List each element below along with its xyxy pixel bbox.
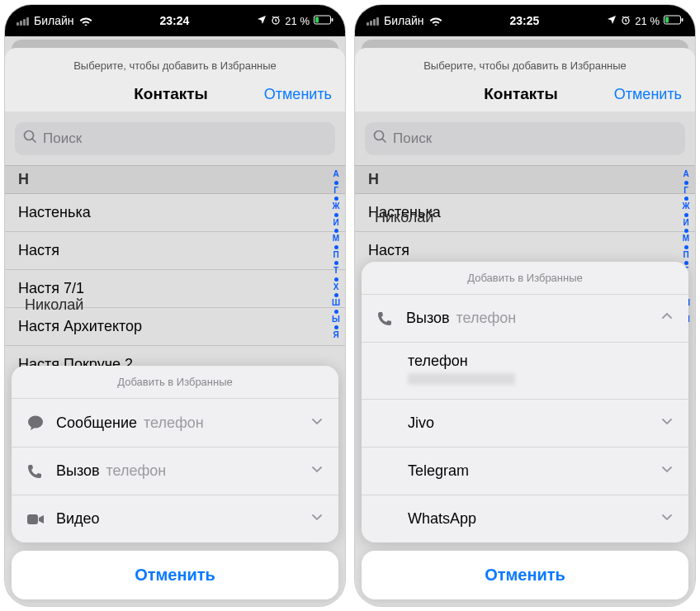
location-icon — [257, 15, 267, 27]
contact-row[interactable]: Настя — [5, 232, 345, 270]
header-cancel-button[interactable]: Отменить — [249, 86, 332, 103]
carrier-label: Билайн — [34, 14, 74, 27]
phone-icon — [26, 463, 56, 480]
signal-icon — [367, 16, 379, 26]
sheet-row-sub: телефон — [144, 414, 204, 432]
contact-row-peek: Николай — [375, 209, 433, 226]
battery-pct: 21 % — [635, 15, 660, 27]
option-label: Jivo — [408, 414, 434, 432]
option-label: WhatsApp — [408, 510, 476, 528]
option-label: телефон — [408, 353, 674, 370]
svg-line-13 — [382, 139, 385, 142]
sheet-row-video[interactable]: Видео — [12, 495, 338, 542]
svg-line-5 — [32, 139, 35, 142]
action-sheet: Николай Добавить в Избранные Сообщение т… — [12, 366, 338, 599]
phone-right: Билайн 23:25 21 % Выберите, чтобы добави… — [355, 5, 695, 606]
sheet-cancel-button[interactable]: Отменить — [362, 551, 688, 599]
sheet-title: Добавить в Избранные — [12, 366, 338, 399]
sheet-option-telegram[interactable]: Telegram — [362, 448, 688, 495]
sheet-row-call[interactable]: Вызов телефон — [12, 448, 338, 495]
action-sheet: Николай Добавить в Избранные Вызов телеф… — [362, 262, 688, 599]
sheet-cancel-button[interactable]: Отменить — [12, 551, 338, 599]
wifi-icon — [429, 16, 442, 26]
sheet-option-whatsapp[interactable]: WhatsApp — [362, 495, 688, 542]
header-subtitle: Выберите, чтобы добавить в Избранные — [368, 59, 682, 72]
sheet-row-label: Видео — [56, 510, 100, 528]
search-placeholder: Поиск — [393, 130, 432, 147]
sheet-title: Добавить в Избранные — [362, 262, 688, 295]
header-title: Контакты — [134, 85, 208, 103]
chevron-down-icon — [310, 510, 324, 528]
carrier-label: Билайн — [384, 14, 424, 27]
svg-rect-7 — [27, 514, 38, 524]
chevron-down-icon — [310, 462, 324, 480]
search-input[interactable]: Поиск — [365, 122, 685, 155]
alpha-index[interactable]: А Г Ж И М П Т Х Ш Ы Я — [329, 170, 343, 340]
svg-rect-10 — [682, 18, 683, 21]
clock: 23:24 — [160, 14, 190, 27]
chevron-down-icon — [660, 510, 674, 528]
chevron-down-icon — [660, 414, 674, 432]
search-icon — [23, 130, 37, 148]
chevron-down-icon — [660, 462, 674, 480]
chevron-up-icon — [660, 310, 674, 327]
status-bar: Билайн 23:25 21 % — [355, 5, 695, 36]
message-icon — [26, 414, 56, 432]
search-input[interactable]: Поиск — [15, 122, 335, 155]
header-subtitle: Выберите, чтобы добавить в Избранные — [18, 59, 332, 72]
search-icon — [373, 130, 387, 148]
phone-left: Билайн 23:24 21 % Выберите, чтобы добави… — [5, 5, 345, 606]
svg-rect-11 — [665, 17, 669, 22]
clock: 23:25 — [510, 14, 540, 27]
header-title: Контакты — [484, 85, 558, 103]
video-icon — [26, 513, 56, 526]
section-header: Н — [355, 165, 695, 194]
status-bar: Билайн 23:24 21 % — [5, 5, 345, 36]
option-label: Telegram — [408, 462, 469, 480]
contact-row[interactable]: Настенька — [5, 194, 345, 232]
sheet-row-label: Вызов — [56, 462, 100, 480]
section-header: Н — [5, 165, 345, 194]
svg-point-6 — [28, 416, 43, 429]
sheet-option-phone[interactable]: телефон — [362, 343, 688, 400]
contact-row-peek: Николай — [25, 296, 83, 314]
search-placeholder: Поиск — [43, 130, 82, 147]
signal-icon — [17, 16, 29, 26]
sheet-row-label: Сообщение — [56, 414, 137, 432]
modal-header: Выберите, чтобы добавить в Избранные Кон… — [5, 48, 345, 111]
sheet-row-sub: телефон — [106, 462, 167, 480]
svg-rect-2 — [332, 18, 333, 21]
modal-header: Выберите, чтобы добавить в Избранные Кон… — [355, 48, 695, 111]
location-icon — [607, 15, 617, 27]
alarm-icon — [621, 15, 631, 27]
sheet-row-sub: телефон — [456, 310, 517, 327]
sheet-row-message[interactable]: Сообщение телефон — [12, 399, 338, 448]
phone-number-blurred — [408, 373, 515, 385]
header-cancel-button[interactable]: Отменить — [599, 86, 682, 103]
battery-pct: 21 % — [285, 15, 310, 27]
phone-icon — [376, 310, 406, 327]
sheet-row-label: Вызов — [406, 310, 450, 327]
alarm-icon — [271, 15, 281, 27]
sheet-row-call-expanded[interactable]: Вызов телефон — [362, 295, 688, 343]
svg-rect-3 — [315, 17, 319, 22]
chevron-down-icon — [310, 414, 324, 432]
battery-icon — [664, 15, 683, 27]
wifi-icon — [79, 16, 92, 26]
sheet-option-jivo[interactable]: Jivo — [362, 400, 688, 448]
battery-icon — [314, 15, 333, 27]
